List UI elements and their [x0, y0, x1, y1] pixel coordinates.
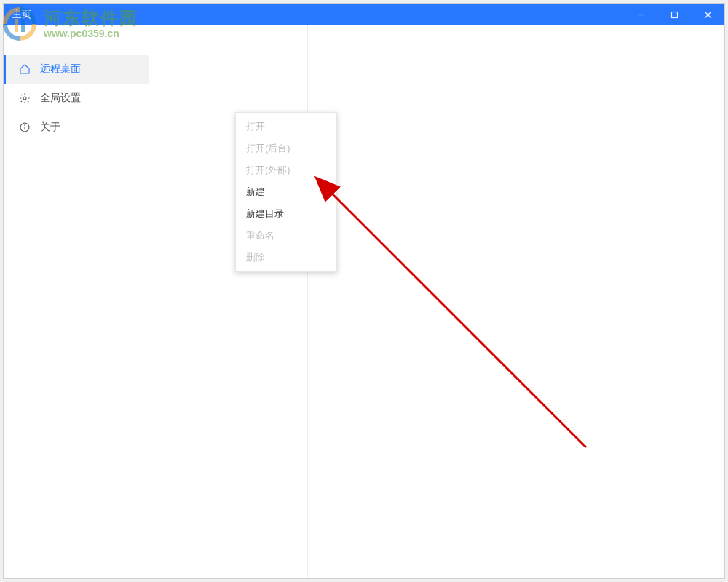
sidebar-item-label: 远程桌面	[40, 63, 81, 76]
minimize-button[interactable]	[624, 4, 657, 25]
main-area[interactable]	[149, 25, 724, 578]
menu-item-new-folder[interactable]: 新建目录	[236, 203, 336, 225]
menu-item-rename[interactable]: 重命名	[236, 225, 336, 247]
close-button[interactable]	[691, 4, 724, 25]
sidebar: 远程桌面 全局设置 关于	[4, 25, 149, 578]
content-column[interactable]	[308, 25, 724, 578]
watermark-text: 河东软件园 www.pc0359.cn	[44, 9, 138, 39]
list-column[interactable]	[149, 25, 308, 578]
watermark-url: www.pc0359.cn	[44, 28, 138, 39]
sidebar-item-about[interactable]: 关于	[4, 113, 149, 142]
app-window: 主页 远程桌面 全局设置	[3, 3, 725, 579]
menu-item-label: 打开(外部)	[246, 164, 290, 177]
maximize-icon	[670, 11, 678, 19]
watermark: 河东软件园 www.pc0359.cn	[1, 6, 138, 42]
menu-item-delete[interactable]: 删除	[236, 247, 336, 268]
watermark-logo-icon	[1, 6, 38, 42]
menu-item-open-background[interactable]: 打开(后台)	[236, 137, 336, 159]
body-area: 远程桌面 全局设置 关于 打开 打开	[4, 25, 724, 578]
svg-rect-1	[671, 12, 677, 17]
menu-item-label: 打开	[246, 120, 265, 133]
svg-point-7	[25, 125, 25, 126]
menu-item-label: 新建目录	[246, 207, 284, 220]
window-controls	[624, 4, 724, 25]
info-icon	[18, 121, 31, 134]
menu-item-label: 新建	[246, 186, 265, 199]
sidebar-item-remote-desktop[interactable]: 远程桌面	[4, 55, 149, 84]
context-menu: 打开 打开(后台) 打开(外部) 新建 新建目录 重命名 删除	[235, 112, 337, 272]
svg-rect-9	[15, 19, 18, 32]
home-icon	[18, 63, 31, 76]
sidebar-item-global-settings[interactable]: 全局设置	[4, 84, 149, 113]
sidebar-item-label: 全局设置	[40, 92, 81, 105]
menu-item-open[interactable]: 打开	[236, 116, 336, 137]
gear-icon	[18, 92, 31, 105]
menu-item-new[interactable]: 新建	[236, 181, 336, 203]
watermark-site-name: 河东软件园	[44, 9, 138, 28]
sidebar-item-label: 关于	[40, 121, 60, 134]
menu-item-label: 删除	[246, 251, 265, 264]
svg-point-4	[23, 97, 26, 100]
minimize-icon	[637, 11, 645, 19]
menu-item-label: 重命名	[246, 229, 274, 242]
svg-rect-10	[21, 16, 25, 32]
maximize-button[interactable]	[657, 4, 691, 25]
close-icon	[704, 11, 712, 19]
menu-item-open-external[interactable]: 打开(外部)	[236, 159, 336, 181]
menu-item-label: 打开(后台)	[246, 142, 290, 155]
